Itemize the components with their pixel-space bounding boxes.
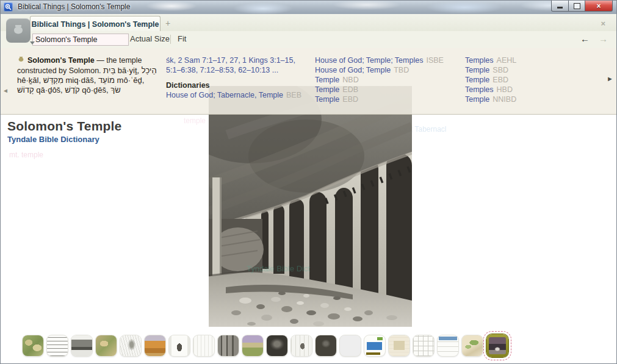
ghost-text: mt. temple <box>9 151 43 159</box>
dictionary-link[interactable]: House of God; Temple <box>315 66 391 74</box>
thumbnail-interior-photo-dark-2[interactable] <box>340 335 361 356</box>
thumbnail-pillars-photo[interactable] <box>218 335 239 356</box>
title-bar[interactable]: Biblical Things | Solomon's Temple × <box>1 1 616 14</box>
app-window: Biblical Things | Solomon's Temple × Bib… <box>0 0 617 364</box>
dictionary-link[interactable]: Temples <box>465 56 494 65</box>
article-header: Solomon's Temple Tyndale Bible Dictionar… <box>7 119 122 144</box>
overlay-dictionary-column-2: TemplesAEHL TempleSBD TempleEBD TemplesH… <box>465 55 599 104</box>
thumbnail-plan-sketch-tan[interactable] <box>389 335 410 356</box>
thumbnail-stables-photo[interactable] <box>486 334 508 357</box>
pot-icon <box>11 23 26 37</box>
reference-overlay-panel: ◄ ► Solomon's Temple — the temple constr… <box>1 48 616 115</box>
panel-close-button[interactable]: × <box>601 19 605 28</box>
panel-menu-button[interactable] <box>6 18 31 43</box>
content-area: mt. temple temple House of God; Tabernac… <box>1 48 616 364</box>
dictionary-abbr: SBD <box>493 66 508 74</box>
article-title: Solomon's Temple <box>7 119 122 134</box>
fit-button[interactable]: Fit <box>178 34 186 43</box>
chevron-right-icon[interactable]: ► <box>607 75 613 82</box>
entry-title[interactable]: Solomon's Temple <box>27 56 95 65</box>
window-controls: × <box>551 1 613 12</box>
window-title: Biblical Things | Solomon's Temple <box>18 2 130 11</box>
overlay-dictionary-column-1: House of God; Temple; TemplesISBE House … <box>315 55 456 104</box>
dictionary-link[interactable]: Temple <box>465 76 489 84</box>
thumbnail-elevation-drawing[interactable] <box>47 335 68 356</box>
minimize-icon <box>557 7 563 9</box>
thumbnail-facade-engraving[interactable] <box>71 335 92 356</box>
thumbnail-temple-model-color-3[interactable] <box>242 335 263 356</box>
dictionaries-heading: Dictionaries <box>166 80 305 90</box>
new-tab-button[interactable]: + <box>163 19 173 29</box>
dictionary-link[interactable]: Temple <box>465 95 489 104</box>
maximize-icon <box>574 3 580 9</box>
tab-label: Biblical Things | Solomon's Temple <box>31 20 159 29</box>
maximize-button[interactable] <box>569 1 585 12</box>
dictionary-abbr: AEHL <box>497 56 517 65</box>
dictionary-abbr: EBD <box>342 95 358 104</box>
close-button[interactable]: × <box>585 1 613 12</box>
entry-dash: — <box>96 56 104 65</box>
thumbnail-comparison-table[interactable] <box>438 335 458 356</box>
back-button[interactable]: ← <box>580 34 590 44</box>
tab-biblical-things[interactable]: Biblical Things | Solomon's Temple <box>30 16 161 32</box>
forward-button[interactable]: → <box>599 34 608 44</box>
thumbnail-arches-line-drawing[interactable] <box>291 335 312 356</box>
dictionary-link[interactable]: House of God; Temple; Temples <box>315 56 423 65</box>
thumbnail-plan-diagram-blue[interactable] <box>364 335 385 356</box>
filmstrip <box>1 330 616 364</box>
filmstrip-track <box>23 334 508 357</box>
thumbnail-interior-engraving[interactable] <box>267 335 287 356</box>
thumbnail-faint-line-drawing[interactable] <box>193 335 214 356</box>
dictionary-abbr: NNIBD <box>493 95 516 104</box>
app-logo-icon <box>4 2 13 12</box>
dictionary-link[interactable]: Temple <box>315 95 339 104</box>
dictionary-abbr: EDB <box>342 85 358 94</box>
article-photo[interactable]: Tyndale Bible Dict <box>209 86 412 327</box>
overlay-entry: Solomon's Temple — the temple constructe… <box>17 55 162 95</box>
tab-strip: Biblical Things | Solomon's Temple + × <box>1 14 616 32</box>
article-source-link[interactable]: Tyndale Bible Dictionary <box>7 135 122 144</box>
dictionary-abbr: BEB <box>286 91 301 99</box>
thumbnail-pencil-sketch[interactable] <box>120 335 141 356</box>
thumbnail-interior-photo-dark[interactable] <box>316 335 336 356</box>
thumbnail-site-model-3d[interactable] <box>462 335 483 356</box>
dictionary-link[interactable]: House of God; Tabernacle, Temple <box>166 91 283 99</box>
dictionary-abbr: NBD <box>342 76 358 84</box>
scripture-references-link[interactable]: śk, 2 Sam 7:1–17, 27, 1 Kings 3:1–15, 5:… <box>166 55 305 75</box>
toolbar: Actual Size Fit ← → <box>1 31 616 49</box>
thumbnail-temple-model-color[interactable] <box>23 335 43 356</box>
dictionary-abbr: HBD <box>497 85 513 94</box>
dictionary-link[interactable]: Temple <box>315 76 339 84</box>
actual-size-button[interactable]: Actual Size <box>130 34 170 43</box>
search-input[interactable] <box>32 34 129 46</box>
pot-icon-small <box>17 56 25 66</box>
dictionary-link[interactable]: Temples <box>465 85 494 94</box>
thumbnail-entrance-line-drawing[interactable] <box>169 335 190 356</box>
overlay-references-column: śk, 2 Sam 7:1–17, 27, 1 Kings 3:1–15, 5:… <box>166 55 305 100</box>
dictionary-abbr: EBD <box>493 76 508 84</box>
thumbnail-temple-model-color-2[interactable] <box>96 335 117 356</box>
ghost-text: temple <box>184 116 206 125</box>
chevron-down-icon <box>30 41 35 45</box>
thumbnail-floor-plan-drawing[interactable] <box>413 335 434 356</box>
thumbnail-cutaway-illustration[interactable] <box>145 335 165 356</box>
chevron-left-icon[interactable]: ◄ <box>2 87 9 94</box>
dictionary-link[interactable]: Temple <box>465 66 489 74</box>
dictionary-abbr: ISBE <box>426 56 444 65</box>
minimize-button[interactable] <box>551 1 569 12</box>
toolbar-separator <box>170 35 171 44</box>
dictionary-link[interactable]: Temple <box>315 85 339 94</box>
close-icon: × <box>596 2 601 10</box>
dictionary-abbr: TBD <box>394 66 409 74</box>
